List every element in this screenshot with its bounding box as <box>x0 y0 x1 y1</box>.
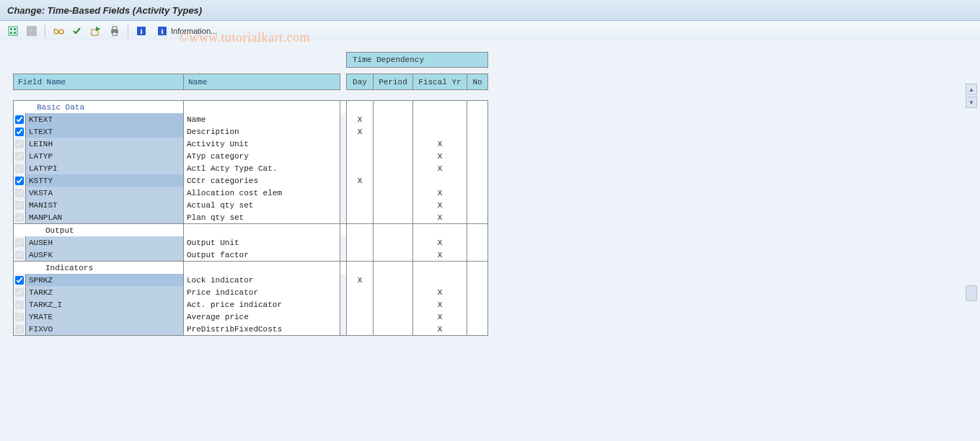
field-name-cell: VKSTA <box>26 187 184 199</box>
info-icon: i <box>136 25 147 37</box>
fiscal-yr-cell: X <box>413 311 467 323</box>
table-row: LATYPATyp categoryX <box>14 150 488 162</box>
row-checkbox <box>15 201 24 210</box>
svg-point-11 <box>59 30 63 34</box>
table-row: YRATEAverage priceX <box>14 311 488 323</box>
fiscal-yr-cell: X <box>413 187 467 199</box>
svg-rect-6 <box>29 28 31 30</box>
svg-text:i: i <box>140 27 142 35</box>
row-checkbox[interactable] <box>15 128 24 136</box>
deselect-all-button[interactable] <box>23 22 40 40</box>
fiscal-yr-cell: X <box>413 162 467 174</box>
fiscal-yr-cell <box>413 125 467 138</box>
scroll-up-button[interactable]: ▲ <box>966 84 977 95</box>
period-cell <box>374 162 413 174</box>
day-cell <box>347 286 374 298</box>
fiscal-yr-cell: X <box>413 298 467 311</box>
day-cell <box>347 187 374 199</box>
info-button-1[interactable]: i <box>133 22 150 40</box>
check-arrow-icon <box>71 25 83 37</box>
period-cell <box>374 125 413 138</box>
field-name-cell: SPRKZ <box>26 274 184 286</box>
field-name-cell: TARKZ_I <box>26 298 184 311</box>
row-checkbox[interactable] <box>15 115 24 124</box>
no-cell <box>467 286 488 298</box>
period-cell <box>374 138 413 150</box>
field-name-cell: LTEXT <box>26 125 184 138</box>
vertical-scroll-arrows: ▲ ▼ <box>966 84 977 108</box>
table-row: KTEXTNameX <box>14 113 488 125</box>
field-name-cell: KSTTY <box>26 174 184 187</box>
fiscal-yr-cell: X <box>413 236 467 249</box>
row-checkbox <box>15 140 24 148</box>
table-row: AUSEHOutput UnitX <box>14 236 488 249</box>
table-row: KSTTYCCtr categoriesX <box>14 174 488 187</box>
field-name-cell: LEINH <box>26 138 184 150</box>
fiscal-yr-cell: X <box>413 138 467 150</box>
name-cell: Allocation cost elem <box>184 187 340 199</box>
svg-rect-7 <box>32 28 35 30</box>
field-name-cell: YRATE <box>26 311 184 323</box>
period-cell <box>374 150 413 162</box>
row-checkbox[interactable] <box>15 177 24 185</box>
row-checkbox <box>15 300 24 309</box>
field-name-cell: FIXVO <box>26 323 184 336</box>
svg-rect-14 <box>112 27 117 30</box>
print-button[interactable] <box>106 22 123 40</box>
svg-rect-4 <box>14 32 16 34</box>
fiscal-yr-cell: X <box>413 199 467 211</box>
select-all-button[interactable] <box>4 22 22 40</box>
no-cell <box>467 274 488 286</box>
group-row: Indicators <box>14 262 488 275</box>
period-cell <box>374 199 413 211</box>
period-cell <box>374 236 413 249</box>
fiscal-yr-cell <box>413 113 467 125</box>
title-bar: Change: Time-Based Fields (Activity Type… <box>0 0 980 21</box>
name-cell: PreDistribFixedCosts <box>184 323 340 336</box>
group-label: Indicators <box>17 264 93 272</box>
header-name: Name <box>184 74 340 90</box>
day-cell <box>347 311 374 323</box>
table-row: AUSFKOutput factorX <box>14 249 488 262</box>
no-cell <box>467 113 488 125</box>
fiscal-yr-cell: X <box>413 249 467 262</box>
row-checkbox <box>15 288 24 297</box>
name-cell: ATyp category <box>184 150 340 162</box>
name-cell: Average price <box>184 311 340 323</box>
table-row: SPRKZLock indicatorX <box>14 274 488 286</box>
day-cell <box>347 323 374 336</box>
grid-select-icon <box>7 25 19 37</box>
header-fiscal-yr: Fiscal Yr <box>413 74 467 90</box>
splitter-handle[interactable] <box>966 285 977 301</box>
information-button[interactable]: i Information... <box>151 22 222 40</box>
no-cell <box>467 298 488 311</box>
scroll-down-button[interactable]: ▼ <box>966 97 977 108</box>
export-icon <box>90 25 102 37</box>
svg-rect-8 <box>29 32 31 34</box>
fiscal-yr-cell: X <box>413 323 467 336</box>
no-cell <box>467 187 488 199</box>
page-title: Change: Time-Based Fields (Activity Type… <box>7 5 202 16</box>
day-cell <box>347 199 374 211</box>
row-checkbox <box>15 189 24 197</box>
content-area: Time Dependency Field Name Name Day Peri… <box>0 40 980 441</box>
row-checkbox[interactable] <box>15 276 24 285</box>
application-toolbar: i i Information... <box>0 21 980 42</box>
day-cell <box>347 138 374 150</box>
name-cell: Plan qty set <box>184 211 340 224</box>
name-cell: Act. price indicator <box>184 298 340 311</box>
display-change-button[interactable] <box>50 22 67 40</box>
print-icon <box>109 25 120 37</box>
information-label: Information... <box>171 27 217 35</box>
check-button[interactable] <box>69 22 86 40</box>
row-checkbox <box>15 152 24 161</box>
no-cell <box>467 150 488 162</box>
header-period: Period <box>374 74 413 90</box>
field-name-cell: MANPLAN <box>26 211 184 224</box>
no-cell <box>467 236 488 249</box>
day-cell: X <box>347 125 374 138</box>
no-cell <box>467 174 488 187</box>
export-button[interactable] <box>87 22 105 40</box>
name-cell: Activity Unit <box>184 138 340 150</box>
field-table: Time Dependency Field Name Name Day Peri… <box>13 52 488 336</box>
